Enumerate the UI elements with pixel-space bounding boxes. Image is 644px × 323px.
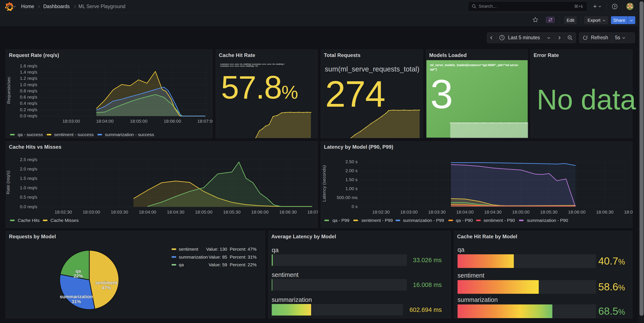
- svg-text:18:03:00: 18:03:00: [83, 209, 100, 214]
- svg-text:summarization: summarization: [60, 294, 93, 299]
- svg-text:18:05:00: 18:05:00: [130, 119, 148, 124]
- svg-text:Cache Misses: Cache Misses: [50, 218, 79, 223]
- svg-text:summarization - P90: summarization - P90: [527, 218, 568, 223]
- svg-text:sentiment - P90: sentiment - P90: [484, 218, 515, 223]
- svg-text:2.5 req/s: 2.5 req/s: [20, 157, 37, 162]
- svg-text:Percent: 22%: Percent: 22%: [230, 262, 256, 267]
- svg-text:0.5 req/s: 0.5 req/s: [20, 195, 37, 199]
- svg-text:18:04:00: 18:04:00: [456, 209, 474, 214]
- svg-text:Value: 59: Value: 59: [209, 262, 227, 267]
- svg-text:18:07:00: 18:07:00: [624, 209, 633, 214]
- svg-text:18:03:00: 18:03:00: [62, 119, 80, 124]
- svg-text:Percent: 31%: Percent: 31%: [230, 254, 256, 259]
- svg-text:18:06:00: 18:06:00: [251, 209, 269, 214]
- svg-text:1.0 req/s: 1.0 req/s: [20, 185, 37, 190]
- svg-text:Cache Hits: Cache Hits: [18, 218, 40, 223]
- svg-text:summarization: summarization: [179, 254, 208, 259]
- svg-text:Value: 130: Value: 130: [206, 247, 227, 251]
- svg-text:18:03:00: 18:03:00: [400, 209, 418, 214]
- svg-text:qa - P90: qa - P90: [456, 218, 473, 223]
- svg-text:1.0 req/s: 1.0 req/s: [20, 82, 37, 87]
- svg-text:1.5 req/s: 1.5 req/s: [20, 176, 37, 181]
- svg-text:sentiment: sentiment: [95, 280, 118, 285]
- svg-text:?: ?: [614, 5, 616, 8]
- svg-text:Requests/sec: Requests/sec: [6, 77, 11, 104]
- svg-text:1.2 req/s: 1.2 req/s: [20, 76, 37, 81]
- svg-text:2.00 s: 2.00 s: [346, 168, 358, 173]
- svg-text:0.0 req/s: 0.0 req/s: [20, 204, 37, 209]
- svg-text:18:05:30: 18:05:30: [540, 209, 558, 214]
- svg-text:0.0 req/s: 0.0 req/s: [20, 113, 37, 118]
- svg-text:31%: 31%: [72, 299, 81, 304]
- svg-text:0 s: 0 s: [352, 204, 358, 209]
- svg-text:2.50 s: 2.50 s: [346, 159, 358, 164]
- svg-text:18:04:00: 18:04:00: [139, 209, 156, 214]
- svg-text:18:02:30: 18:02:30: [54, 209, 72, 214]
- svg-text:18:05:00: 18:05:00: [195, 209, 212, 214]
- svg-text:18:06:00: 18:06:00: [164, 119, 181, 124]
- svg-text:0.6 req/s: 0.6 req/s: [20, 95, 37, 99]
- svg-text:18:04:00: 18:04:00: [96, 119, 114, 124]
- svg-text:sentiment - success: sentiment - success: [54, 132, 94, 137]
- svg-text:0.8 req/s: 0.8 req/s: [20, 88, 37, 93]
- svg-text:18:06:00: 18:06:00: [568, 209, 586, 214]
- svg-text:summarization - P99: summarization - P99: [403, 218, 444, 223]
- svg-text:0.2 req/s: 0.2 req/s: [20, 107, 37, 112]
- svg-text:18:05:30: 18:05:30: [223, 209, 240, 214]
- svg-text:Latency (seconds): Latency (seconds): [322, 165, 326, 202]
- svg-text:18:05:00: 18:05:00: [512, 209, 530, 214]
- svg-text:qa - success: qa - success: [18, 132, 43, 137]
- svg-text:sentiment: sentiment: [179, 247, 198, 251]
- svg-text:qa: qa: [76, 268, 81, 274]
- svg-text:18:03:30: 18:03:30: [111, 209, 128, 214]
- svg-text:18:06:30: 18:06:30: [280, 209, 297, 214]
- svg-text:1.50 s: 1.50 s: [346, 177, 358, 182]
- svg-text:18:04:30: 18:04:30: [484, 209, 502, 214]
- svg-text:18:04:30: 18:04:30: [167, 209, 184, 214]
- svg-text:Rate (req/s): Rate (req/s): [6, 171, 10, 194]
- svg-text:500.00 ms: 500.00 ms: [337, 195, 358, 200]
- svg-text:47%: 47%: [102, 285, 111, 290]
- svg-text:2.0 req/s: 2.0 req/s: [20, 166, 37, 171]
- svg-text:sentiment - P99: sentiment - P99: [362, 218, 393, 223]
- svg-text:1.4 req/s: 1.4 req/s: [20, 70, 37, 75]
- svg-text:18:02:30: 18:02:30: [372, 209, 390, 214]
- svg-text:1.6 req/s: 1.6 req/s: [20, 63, 37, 68]
- svg-text:qa - P99: qa - P99: [332, 218, 349, 223]
- svg-text:18:03:30: 18:03:30: [428, 209, 446, 214]
- svg-text:qa: qa: [179, 262, 184, 267]
- svg-text:summarization - success: summarization - success: [105, 132, 154, 137]
- svg-text:18:07:00: 18:07:00: [307, 209, 318, 214]
- svg-text:Value: 85: Value: 85: [209, 254, 227, 259]
- svg-text:1.00 s: 1.00 s: [346, 186, 358, 191]
- svg-text:18:06:30: 18:06:30: [596, 209, 614, 214]
- svg-text:Percent: 47%: Percent: 47%: [230, 247, 256, 251]
- svg-text:18:07:00: 18:07:00: [197, 119, 213, 124]
- svg-text:0.4 req/s: 0.4 req/s: [20, 101, 37, 106]
- svg-text:22%: 22%: [74, 273, 83, 279]
